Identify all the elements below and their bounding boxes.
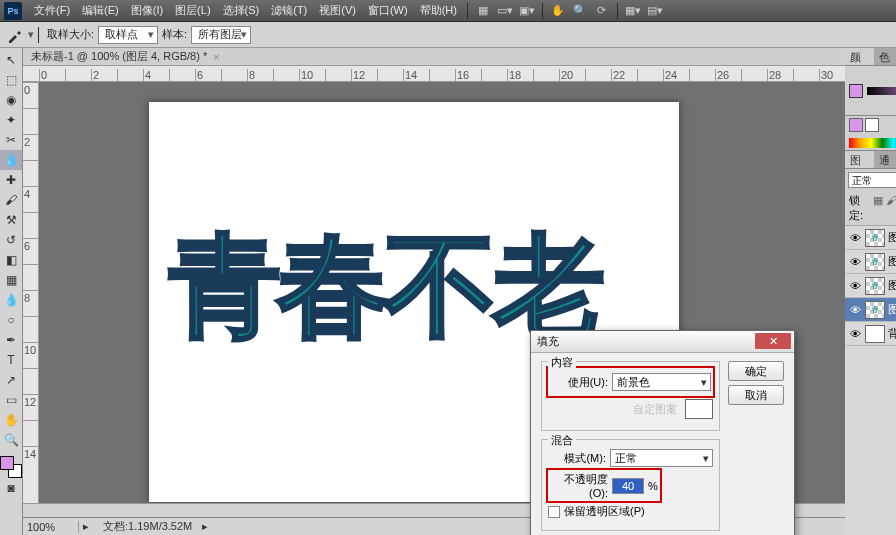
menu-window[interactable]: 窗口(W) — [362, 3, 414, 18]
swatch[interactable] — [865, 118, 879, 132]
info-chevron-icon[interactable]: ▸ — [202, 520, 208, 533]
menu-file[interactable]: 文件(F) — [28, 3, 76, 18]
doc-size-info: 文档:1.19M/3.52M — [93, 519, 202, 534]
chevron-down-icon[interactable]: ▾ — [28, 28, 34, 41]
layers-panel: 正常 锁定: ▦ 🖌 ✥ 🔒 👁春图层 3👁春图层 2👁春图层 1👁春图层 4👁… — [845, 169, 896, 535]
guides-icon[interactable]: ▤▾ — [645, 2, 665, 20]
layer-thumb[interactable]: 春 — [865, 253, 885, 271]
tab-color[interactable]: 颜色 — [845, 48, 874, 65]
blend-group: 混合 模式(M): 正常 不透明度(O): % 保留透明区域(P) — [541, 439, 720, 531]
layer-row[interactable]: 👁春图层 2 — [845, 250, 896, 274]
layer-thumb[interactable]: 春 — [865, 301, 885, 319]
sample-label: 样本: — [162, 27, 187, 42]
visibility-eye-icon[interactable]: 👁 — [848, 232, 862, 244]
preserve-trans-label: 保留透明区域(P) — [564, 504, 645, 519]
lock-paint-icon[interactable]: 🖌 — [886, 193, 896, 207]
tab-channels[interactable]: 通道 — [874, 151, 896, 168]
layer-thumb[interactable]: 春 — [865, 277, 885, 295]
visibility-eye-icon[interactable]: 👁 — [848, 280, 862, 292]
layer-row[interactable]: 👁春图层 1 — [845, 274, 896, 298]
layer-thumb[interactable]: 春 — [865, 229, 885, 247]
history-brush-tool[interactable]: ↺ — [0, 230, 22, 250]
use-select[interactable]: 前景色 — [612, 373, 711, 391]
layer-name: 背景 — [888, 326, 896, 341]
menu-filter[interactable]: 滤镜(T) — [265, 3, 313, 18]
lasso-tool[interactable]: ◉ — [0, 90, 22, 110]
menu-layer[interactable]: 图层(L) — [169, 3, 216, 18]
eyedropper-tool[interactable]: 💧 — [0, 150, 22, 170]
tab-swatches[interactable]: 色板 — [874, 48, 896, 65]
move-tool[interactable]: ↖ — [0, 50, 22, 70]
divider — [617, 3, 618, 19]
sample-size-select[interactable]: 取样点 — [98, 26, 158, 44]
fg-color-swatch[interactable] — [0, 456, 14, 470]
menu-bar: Ps 文件(F) 编辑(E) 图像(I) 图层(L) 选择(S) 滤镜(T) 视… — [0, 0, 896, 22]
visibility-eye-icon[interactable]: 👁 — [848, 304, 862, 316]
zoom-input[interactable]: 100% — [23, 521, 79, 533]
lock-trans-icon[interactable]: ▦ — [872, 193, 884, 207]
menu-help[interactable]: 帮助(H) — [414, 3, 463, 18]
extras-icon[interactable]: ▦▾ — [623, 2, 643, 20]
shape-tool[interactable]: ▭ — [0, 390, 22, 410]
gradient-tool[interactable]: ▦ — [0, 270, 22, 290]
menu-select[interactable]: 选择(S) — [217, 3, 266, 18]
ok-button[interactable]: 确定 — [728, 361, 784, 381]
quick-mask-tool[interactable]: ◙ — [0, 478, 22, 498]
rainbow-bar[interactable] — [849, 138, 896, 148]
screen-mode-icon[interactable]: ▣▾ — [517, 2, 537, 20]
divider — [542, 3, 543, 19]
zoom-tool[interactable]: 🔍 — [0, 430, 22, 450]
launch-bridge-icon[interactable]: ▦ — [473, 2, 493, 20]
custom-pattern-picker[interactable] — [685, 399, 713, 419]
swatch[interactable] — [849, 118, 863, 132]
visibility-eye-icon[interactable]: 👁 — [848, 256, 862, 268]
visibility-eye-icon[interactable]: 👁 — [848, 328, 862, 340]
layer-row[interactable]: 👁春图层 4 — [845, 298, 896, 322]
stamp-tool[interactable]: ⚒ — [0, 210, 22, 230]
blur-tool[interactable]: 💧 — [0, 290, 22, 310]
layer-row[interactable]: 👁背景 — [845, 322, 896, 346]
layer-thumb[interactable] — [865, 325, 885, 343]
ruler-vertical[interactable]: 02468101214 — [23, 82, 39, 503]
marquee-tool[interactable]: ⬚ — [0, 70, 22, 90]
content-legend: 内容 — [548, 355, 576, 370]
expand-icon[interactable]: ▸ — [79, 520, 93, 533]
layer-list[interactable]: 👁春图层 3👁春图层 2👁春图层 1👁春图层 4👁背景 — [845, 226, 896, 535]
color-swatches[interactable] — [0, 456, 22, 478]
color-slider[interactable] — [867, 87, 896, 95]
preserve-trans-checkbox[interactable] — [548, 506, 560, 518]
ps-logo[interactable]: Ps — [4, 2, 22, 20]
divider — [467, 3, 468, 19]
heal-tool[interactable]: ✚ — [0, 170, 22, 190]
close-icon[interactable]: × — [213, 51, 219, 63]
ruler-horizontal[interactable]: 024681012141618202224262830 — [23, 66, 845, 82]
document-tab[interactable]: 未标题-1 @ 100% (图层 4, RGB/8) * × — [23, 48, 845, 66]
arrange-docs-icon[interactable]: ▭▾ — [495, 2, 515, 20]
hand-icon[interactable]: ✋ — [548, 2, 568, 20]
menu-image[interactable]: 图像(I) — [125, 3, 169, 18]
brush-tool[interactable]: 🖌 — [0, 190, 22, 210]
layer-row[interactable]: 👁春图层 3 — [845, 226, 896, 250]
mode-select[interactable]: 正常 — [610, 449, 713, 467]
sample-layers-select[interactable]: 所有图层 — [191, 26, 251, 44]
zoom-icon[interactable]: 🔍 — [570, 2, 590, 20]
tab-layers[interactable]: 图层 — [845, 151, 874, 168]
dialog-titlebar[interactable]: 填充 ✕ — [531, 331, 794, 353]
blend-mode-select[interactable]: 正常 — [848, 172, 896, 188]
type-tool[interactable]: T — [0, 350, 22, 370]
color-panel-fg[interactable] — [849, 84, 863, 98]
menu-edit[interactable]: 编辑(E) — [76, 3, 125, 18]
cancel-button[interactable]: 取消 — [728, 385, 784, 405]
pen-tool[interactable]: ✒ — [0, 330, 22, 350]
close-button[interactable]: ✕ — [755, 333, 791, 349]
opacity-input[interactable] — [612, 478, 644, 494]
rotate-view-icon[interactable]: ⟳ — [592, 2, 612, 20]
lock-label: 锁定: — [849, 193, 870, 223]
eraser-tool[interactable]: ◧ — [0, 250, 22, 270]
wand-tool[interactable]: ✦ — [0, 110, 22, 130]
path-select-tool[interactable]: ↗ — [0, 370, 22, 390]
menu-view[interactable]: 视图(V) — [313, 3, 362, 18]
crop-tool[interactable]: ✂ — [0, 130, 22, 150]
hand-tool[interactable]: ✋ — [0, 410, 22, 430]
dodge-tool[interactable]: ○ — [0, 310, 22, 330]
